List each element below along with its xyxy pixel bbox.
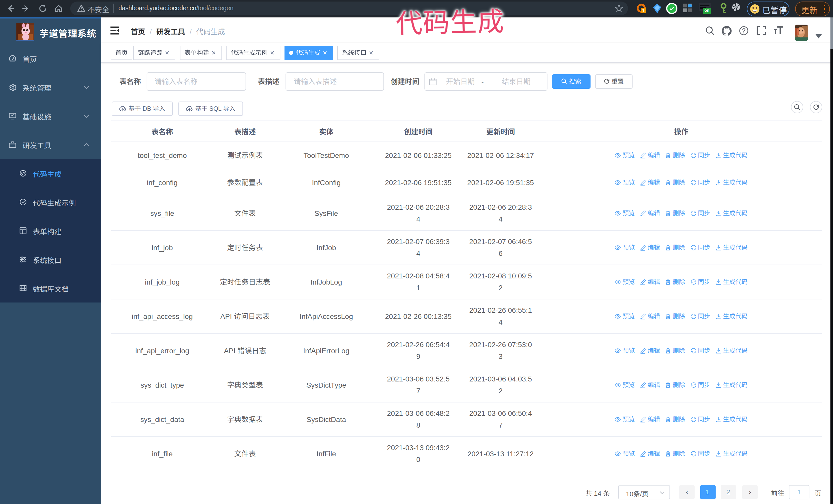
svg-text:1: 1: [642, 8, 645, 13]
